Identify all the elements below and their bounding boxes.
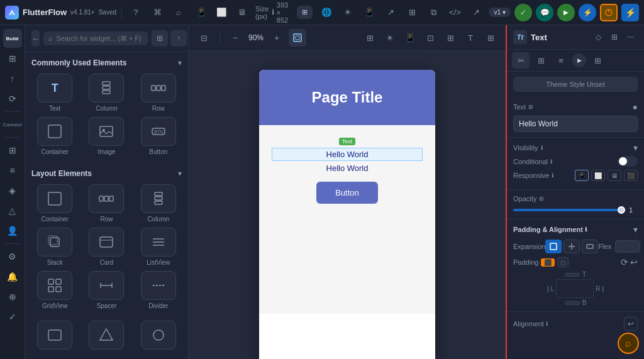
conditional-toggle[interactable] [618, 156, 638, 167]
tab-edit[interactable]: ✂ [512, 52, 530, 69]
phone-device-button[interactable]: 📱 [192, 4, 210, 21]
sidebar-item-connect[interactable]: Connect [3, 115, 22, 134]
flex-input[interactable] [615, 240, 640, 253]
layout-item-row[interactable]: Row [83, 184, 130, 223]
layout-item-spacer[interactable]: Spacer [83, 271, 130, 309]
canvas-tool-1[interactable]: ⊞ [361, 29, 379, 47]
sidebar-item-widget[interactable]: ⊞ [3, 49, 22, 68]
lightning-button[interactable]: ⚡ [621, 4, 639, 21]
sidebar-item-test[interactable]: ✓ [3, 307, 22, 326]
padding-top-input[interactable] [565, 273, 580, 277]
layout-item-extra1[interactable] [31, 321, 78, 350]
help-button[interactable]: ? [127, 4, 145, 21]
hello-world-selected-text[interactable]: Hello World [272, 148, 423, 161]
layout-item-divider[interactable]: Divider [135, 271, 182, 309]
phone-button[interactable]: Button [316, 182, 378, 204]
opacity-handle[interactable] [618, 206, 625, 214]
alignment-undo-button[interactable]: ↩ [624, 317, 638, 331]
layout-item-gridview[interactable]: GridView [31, 271, 78, 309]
search-fab-button[interactable]: ⌕ [618, 333, 639, 354]
responsive-tablet-icon[interactable]: ⬜ [591, 170, 605, 181]
frame-view-button[interactable] [289, 29, 306, 47]
padding-orange-badge[interactable]: ⬛ [541, 258, 555, 267]
status-check-button[interactable]: ✓ [514, 4, 532, 21]
padding-link-icon[interactable]: ↩ [630, 257, 638, 267]
panel-diamond-icon[interactable]: ◇ [591, 30, 605, 44]
widget-item-container[interactable]: Container [31, 117, 78, 155]
sidebar-item-market[interactable]: ⊕ [3, 287, 22, 306]
canvas-tool-3[interactable]: 📱 [401, 29, 419, 47]
panel-more-icon[interactable]: ⋯ [624, 30, 638, 44]
zoom-out-button[interactable]: − [228, 31, 242, 45]
layout-item-card[interactable]: Card [83, 228, 130, 266]
test-button[interactable]: ▶ [557, 4, 575, 21]
keyboard-shortcut-button[interactable]: ⌘ [148, 4, 166, 21]
padding-expand[interactable]: ▾ [633, 224, 638, 235]
widget-search-input[interactable] [56, 35, 143, 42]
sidebar-item-api[interactable]: ◈ [3, 181, 22, 200]
expansion-btn-3[interactable] [582, 240, 598, 253]
opacity-slider[interactable] [513, 209, 625, 211]
sidebar-item-upload[interactable]: ↑ [3, 69, 22, 88]
widget-item-row[interactable]: Row [135, 74, 182, 112]
layout-elements-header[interactable]: Layout Elements ▾ [31, 169, 182, 178]
layout-item-stack[interactable]: Stack [31, 228, 78, 266]
widget-search-box[interactable]: ⌕ [43, 31, 148, 45]
panel-copy-icon[interactable]: ⊞ [608, 30, 621, 44]
layout-item-container[interactable]: Container [31, 184, 78, 223]
layers-button[interactable]: ⧉ [425, 4, 442, 21]
layout-item-extra2[interactable] [83, 321, 130, 350]
padding-reset-icon[interactable]: ⟳ [621, 257, 628, 267]
sidebar-item-integrations[interactable]: ⚙ [3, 247, 22, 266]
canvas-tool-2[interactable]: ☀ [381, 29, 399, 47]
text-value-input[interactable] [513, 116, 638, 132]
theme-style-button[interactable]: Theme Style Unset [513, 77, 638, 92]
responsive-wide-icon[interactable]: ⬛ [624, 170, 638, 181]
sidebar-item-firestore[interactable]: △ [3, 201, 22, 220]
padding-bottom-input[interactable] [565, 301, 580, 305]
padding-toggle-btn[interactable]: □ [557, 257, 569, 267]
translate-button[interactable]: 🌐 [318, 4, 335, 21]
version-selector[interactable]: v1 ▾ [489, 8, 511, 17]
panel-icon-1[interactable]: ⊞ [152, 30, 168, 47]
visibility-expand[interactable]: ▾ [633, 143, 638, 153]
layout-item-listview[interactable]: ListView [135, 228, 182, 266]
desktop-device-button[interactable]: 🖥 [233, 4, 250, 21]
theme-button[interactable] [600, 4, 618, 21]
panel-back-button[interactable]: ← [31, 30, 40, 47]
tab-play[interactable]: ▶ [572, 53, 586, 67]
tab-code[interactable]: ⊞ [589, 52, 606, 69]
responsive-phone-icon[interactable]: 📱 [575, 170, 589, 181]
sidebar-item-functions[interactable]: ≡ [3, 161, 22, 180]
widget-item-text[interactable]: T Text [31, 74, 78, 112]
widget-item-column[interactable]: Column [83, 74, 130, 112]
sidebar-item-data[interactable]: ⊞ [3, 141, 22, 160]
grid-button[interactable]: ⊞ [403, 4, 421, 21]
canvas-tool-6[interactable]: T [462, 29, 479, 47]
widget-item-image[interactable]: Image [83, 117, 130, 155]
chat-button[interactable]: 💬 [536, 4, 553, 21]
sidebar-item-settings[interactable]: ⟳ [3, 89, 22, 108]
sidebar-item-notifications[interactable]: 🔔 [3, 267, 22, 286]
lightbulb-button[interactable]: ☀ [339, 4, 357, 21]
commonly-used-header[interactable]: Commonly Used Elements ▾ [31, 58, 182, 67]
export-button[interactable]: ↗ [467, 4, 485, 21]
mobile-preview-button[interactable]: 📱 [360, 4, 378, 21]
zoom-in-button[interactable]: + [270, 31, 284, 45]
expansion-btn-1[interactable] [545, 240, 562, 253]
panel-icon-2[interactable]: ↑ [170, 30, 187, 47]
tab-list[interactable]: ≡ [552, 52, 570, 69]
sidebar-item-people[interactable]: 👤 [3, 221, 22, 240]
layout-item-column[interactable]: Column [135, 184, 182, 223]
sidebar-item-build[interactable]: Build [3, 29, 22, 48]
expansion-btn-2[interactable] [564, 240, 580, 253]
tablet-device-button[interactable]: ⬜ [213, 4, 230, 21]
tree-toggle-button[interactable]: ⊟ [195, 29, 213, 47]
code-button[interactable]: </> [446, 4, 464, 21]
canvas-tool-5[interactable]: ⊞ [441, 29, 459, 47]
responsive-desktop-icon[interactable]: 🖥 [608, 170, 621, 181]
share-button[interactable]: ↗ [382, 4, 399, 21]
layout-item-extra3[interactable] [135, 321, 182, 350]
widget-item-button[interactable]: BTN Button [135, 117, 182, 155]
search-button[interactable]: ⌕ [170, 4, 187, 21]
